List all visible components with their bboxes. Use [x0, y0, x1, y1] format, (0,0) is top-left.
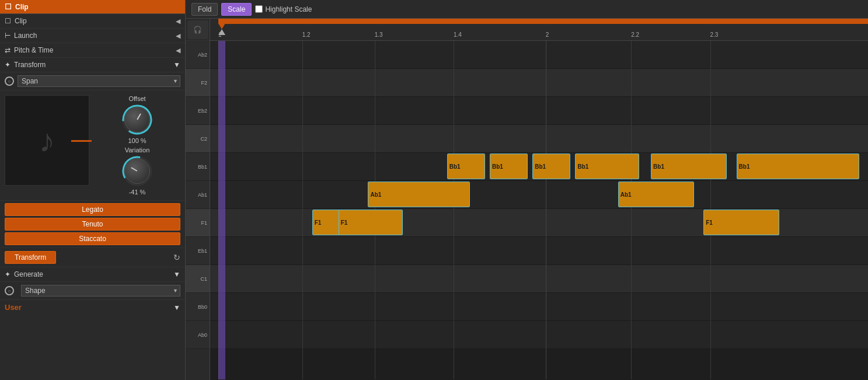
note-f1-3[interactable]: F1 [703, 210, 779, 235]
vline-1-4 [454, 41, 454, 379]
transform-row: Transform ↻ [0, 248, 185, 267]
span-select[interactable]: Span [18, 75, 180, 87]
variation-knob-body [124, 158, 150, 184]
clip-main-icon: ☐ [5, 2, 12, 11]
key-spacer: 🎧 [186, 19, 210, 41]
launch-row[interactable]: ⊢ Launch ◀ [0, 29, 185, 43]
note-bb1-2[interactable]: Bb1 [490, 154, 528, 179]
refresh-icon[interactable]: ↻ [173, 253, 180, 262]
user-arrow: ▼ [173, 304, 180, 312]
left-panel: ☐ Clip ☐ Clip ◀ ⊢ Launch ◀ ⇄ Pitch & Tim… [0, 0, 186, 380]
transform-button[interactable]: Transform [5, 251, 56, 264]
row-ab2 [210, 41, 868, 69]
key-ab0-label: Ab0 [198, 332, 207, 338]
clip-sub-label: Clip [15, 17, 27, 25]
user-row: User ▼ [0, 300, 185, 315]
note-bb1-3[interactable]: Bb1 [532, 154, 570, 179]
key-eb2[interactable]: Eb2 [186, 97, 210, 125]
key-ab1[interactable]: Ab1 [186, 181, 210, 209]
key-ab0[interactable]: Ab0 [186, 321, 210, 349]
variation-value: -41 % [129, 189, 146, 196]
span-select-wrap[interactable]: Span [18, 75, 180, 87]
vline-2 [546, 41, 546, 379]
key-eb2-label: Eb2 [198, 108, 207, 114]
timeline: 1 1.2 1.3 1.4 2 2.2 2.3 [210, 19, 868, 41]
shape-row[interactable]: ○ Shape [0, 282, 185, 300]
toolbar: Fold Scale Highlight Scale [186, 0, 868, 19]
key-eb1-label: Eb1 [198, 248, 207, 254]
vline-2-2 [631, 41, 632, 379]
note-bb1-4[interactable]: Bb1 [575, 154, 639, 179]
launch-arrow: ◀ [176, 32, 180, 40]
staccato-button[interactable]: Staccato [5, 232, 180, 245]
span-row[interactable]: ○ Span [0, 72, 185, 90]
legato-button[interactable]: Legato [5, 203, 180, 216]
row-ab0 [210, 321, 868, 349]
row-eb2 [210, 97, 868, 125]
note-underline [71, 140, 92, 142]
timeline-2: 2 [546, 32, 549, 38]
pitch-time-row[interactable]: ⇄ Pitch & Time ◀ [0, 43, 185, 58]
timeline-1: 1 [218, 32, 222, 38]
offset-knob-container: Offset 100 % [120, 95, 155, 144]
transform-icon: ✦ [5, 61, 11, 69]
scale-button[interactable]: Scale [221, 3, 252, 16]
key-ab2[interactable]: Ab2 [186, 41, 210, 69]
variation-label: Variation [125, 147, 150, 154]
button-area: Legato Tenuto Staccato [0, 201, 185, 248]
variation-indicator [131, 167, 137, 172]
headphones-icon[interactable]: 🎧 [187, 20, 208, 39]
transform-section-row[interactable]: ✦ Transform ▼ [0, 58, 185, 72]
note-ab1-2[interactable]: Ab1 [618, 182, 694, 207]
piano-keys: 🎧 Ab2 F2 Eb2 C2 Bb1 Ab1 F1 Eb1 C1 Bb0 Ab… [186, 19, 210, 380]
note-f1-2[interactable]: F1 [339, 210, 403, 235]
timeline-1-3: 1.3 [375, 32, 383, 38]
key-ab1-label: Ab1 [198, 192, 207, 198]
highlight-scale-text: Highlight Scale [265, 5, 312, 13]
highlight-scale-label[interactable]: Highlight Scale [255, 5, 312, 13]
purple-column [218, 41, 225, 379]
note-f1-1[interactable]: F1 [312, 210, 343, 235]
shape-icon: ○ [5, 286, 14, 295]
note-ab1-1[interactable]: Ab1 [368, 182, 470, 207]
key-bb1[interactable]: Bb1 [186, 153, 210, 181]
key-c2[interactable]: C2 [186, 125, 210, 153]
key-f2-label: F2 [201, 80, 207, 86]
fold-button[interactable]: Fold [191, 3, 218, 16]
timeline-2-2: 2.2 [631, 32, 639, 38]
clip-sub-row[interactable]: ☐ Clip ◀ [0, 14, 185, 29]
key-c1[interactable]: C1 [186, 265, 210, 293]
shape-select[interactable]: Shape [21, 285, 180, 297]
pitch-time-label: Pitch & Time [14, 46, 53, 54]
variation-knob[interactable] [120, 154, 155, 189]
row-f2 [210, 69, 868, 97]
note-bb1-5[interactable]: Bb1 [651, 154, 727, 179]
key-bb1-label: Bb1 [198, 164, 207, 170]
note-bb1-1[interactable]: Bb1 [447, 154, 485, 179]
variation-knob-container: Variation -41 % [120, 147, 155, 196]
offset-knob-body [124, 107, 150, 133]
transform-section-label: Transform [14, 61, 46, 69]
row-bb0 [210, 293, 868, 321]
launch-label: Launch [14, 32, 37, 40]
key-f2[interactable]: F2 [186, 69, 210, 97]
pitch-time-arrow: ◀ [176, 47, 180, 54]
key-bb0-label: Bb0 [198, 304, 207, 310]
highlight-scale-checkbox[interactable] [255, 5, 263, 13]
offset-knob[interactable] [120, 102, 155, 137]
span-icon: ○ [5, 76, 14, 86]
generate-label: Generate [14, 270, 43, 278]
generate-section[interactable]: ✦ Generate ▼ [0, 267, 185, 282]
piano-roll: 🎧 Ab2 F2 Eb2 C2 Bb1 Ab1 F1 Eb1 C1 Bb0 Ab… [186, 19, 868, 380]
row-eb1 [210, 237, 868, 265]
clip-sub-arrow: ◀ [176, 18, 180, 25]
grid-area: 1 1.2 1.3 1.4 2 2.2 2.3 [210, 19, 868, 380]
offset-label: Offset [128, 95, 145, 102]
note-icon: ♪ [39, 122, 55, 159]
key-bb0[interactable]: Bb0 [186, 293, 210, 321]
note-bb1-6[interactable]: Bb1 [737, 154, 859, 179]
shape-select-wrap[interactable]: Shape [21, 285, 180, 297]
tenuto-button[interactable]: Tenuto [5, 218, 180, 231]
key-f1[interactable]: F1 [186, 209, 210, 237]
key-eb1[interactable]: Eb1 [186, 237, 210, 265]
